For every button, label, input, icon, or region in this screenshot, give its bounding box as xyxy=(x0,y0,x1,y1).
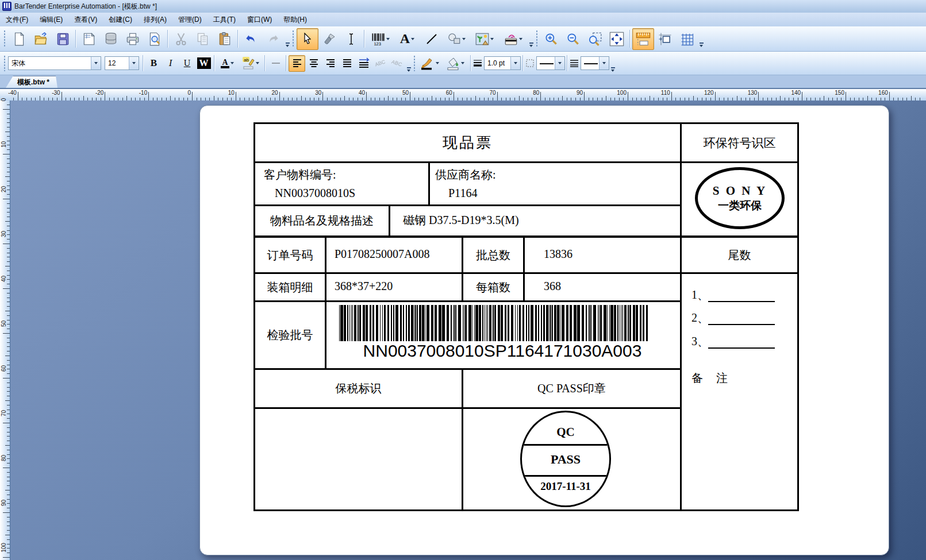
underline-button[interactable]: U xyxy=(179,55,195,72)
print-button[interactable] xyxy=(122,28,144,50)
align-right-button[interactable] xyxy=(322,55,339,72)
italic-button[interactable]: I xyxy=(162,55,179,72)
bold-button[interactable]: B xyxy=(145,55,162,72)
grid-toggle-button[interactable] xyxy=(676,28,698,50)
fill-color-button[interactable] xyxy=(442,55,468,72)
redo-arrow-icon xyxy=(266,32,281,47)
dropdown-arrow[interactable] xyxy=(386,29,391,49)
menu-item-8[interactable]: 帮助(H) xyxy=(278,13,313,26)
dropdown-arrow[interactable] xyxy=(229,56,235,71)
strikethrough-button[interactable] xyxy=(267,55,284,72)
page-setup-button[interactable] xyxy=(78,28,100,50)
ruler-tick xyxy=(7,499,10,500)
menu-item-1[interactable]: 编辑(E) xyxy=(34,13,68,26)
fit-to-window-button[interactable] xyxy=(606,28,628,50)
toolbar-overflow-button[interactable] xyxy=(284,29,291,49)
undo-arrow-icon xyxy=(244,32,259,47)
align-justify-button[interactable] xyxy=(339,55,355,72)
ruler-tick xyxy=(519,96,520,101)
ruler-tick xyxy=(3,512,10,513)
text-tool-button[interactable]: A xyxy=(394,28,421,50)
menu-item-5[interactable]: 管理(D) xyxy=(172,13,208,26)
ruler-tick xyxy=(5,490,10,491)
ruler-label: 150 xyxy=(821,90,844,96)
toolbar-grip[interactable] xyxy=(3,30,6,48)
dropdown-arrow[interactable] xyxy=(91,57,101,69)
dropdown-arrow[interactable] xyxy=(129,57,139,69)
rotate-text-down-button[interactable]: ABC xyxy=(389,55,405,72)
redo-button[interactable] xyxy=(262,28,284,50)
toolbar-overflow-button[interactable] xyxy=(609,53,616,74)
line-color-brush-icon xyxy=(420,56,435,70)
tab-template-btw[interactable]: 模板.btw * xyxy=(6,76,57,88)
save-button[interactable] xyxy=(52,28,74,50)
dropdown-arrow[interactable] xyxy=(410,29,415,49)
wrap-button[interactable]: W xyxy=(195,55,212,72)
font-size-combo[interactable]: 12 xyxy=(105,56,139,70)
align-left-button[interactable] xyxy=(289,55,305,72)
align-fit-button[interactable] xyxy=(355,55,372,72)
line-dash-combo[interactable] xyxy=(536,56,565,70)
ruler-label: 10 xyxy=(1,136,7,153)
rotate-text-up-button[interactable]: ABC xyxy=(372,55,389,72)
toolbar-grip[interactable] xyxy=(3,55,6,71)
print-preview-button[interactable] xyxy=(144,28,166,50)
toolbar-overflow-button[interactable] xyxy=(405,53,412,74)
format-painter-button[interactable] xyxy=(318,28,340,50)
label-page[interactable] xyxy=(199,105,889,555)
highlight-button[interactable]: ab xyxy=(239,55,263,72)
shape-tool-button[interactable] xyxy=(443,28,470,50)
menu-item-0[interactable]: 文件(F) xyxy=(0,13,34,26)
image-tool-button[interactable] xyxy=(470,28,499,50)
barcode-tool-button[interactable]: 123 xyxy=(367,28,394,50)
menu-item-3[interactable]: 创建(C) xyxy=(103,13,138,26)
dropdown-arrow[interactable] xyxy=(460,56,466,71)
toolbar-overflow-button[interactable] xyxy=(698,29,705,49)
toolbar-grip[interactable] xyxy=(292,30,294,48)
zoom-out-button[interactable] xyxy=(562,28,584,50)
ruler-toggle-button[interactable] xyxy=(632,28,654,50)
title-bar[interactable]: BarTender Enterprise Automation - [模板.bt… xyxy=(0,0,926,13)
snap-toggle-button[interactable] xyxy=(654,28,676,50)
undo-button[interactable] xyxy=(240,28,262,50)
font-name-combo[interactable]: 宋体 xyxy=(8,56,101,70)
font-color-button[interactable]: A xyxy=(217,55,239,72)
dropdown-arrow[interactable] xyxy=(518,29,524,49)
encoder-tool-button[interactable] xyxy=(499,28,528,50)
menu-item-4[interactable]: 排列(A) xyxy=(138,13,172,26)
zoom-selection-button[interactable] xyxy=(584,28,606,50)
toolbar-grip[interactable] xyxy=(413,55,416,71)
dropdown-arrow[interactable] xyxy=(555,57,564,69)
dropdown-arrow[interactable] xyxy=(462,29,467,49)
horizontal-ruler[interactable]: -40-30-20-100102030405060708090100110120… xyxy=(0,89,926,101)
toolbar-overflow-button[interactable] xyxy=(528,29,535,49)
zoom-in-button[interactable] xyxy=(540,28,562,50)
menu-item-2[interactable]: 查看(V) xyxy=(68,13,103,26)
edit-text-tool-button[interactable] xyxy=(340,28,362,50)
dropdown-arrow[interactable] xyxy=(490,29,495,49)
line-tool-button[interactable] xyxy=(421,28,443,50)
vertical-ruler[interactable]: 0102030405060708090100 xyxy=(0,101,10,560)
new-document-button[interactable] xyxy=(8,28,30,50)
ruler-tick xyxy=(7,203,10,204)
ruler-tick xyxy=(7,118,10,119)
align-center-button[interactable] xyxy=(305,55,322,72)
dropdown-arrow[interactable] xyxy=(510,57,520,69)
cut-button[interactable] xyxy=(170,28,192,50)
dropdown-arrow[interactable] xyxy=(255,56,260,71)
design-canvas[interactable] xyxy=(10,101,926,560)
database-setup-button[interactable] xyxy=(100,28,122,50)
line-weight-combo[interactable]: 1.0 pt xyxy=(484,56,521,70)
ruler-tick xyxy=(7,441,10,441)
open-document-button[interactable] xyxy=(30,28,52,50)
select-tool-button[interactable] xyxy=(297,28,318,50)
toolbar-grip[interactable] xyxy=(536,30,538,48)
menu-item-6[interactable]: 工具(T) xyxy=(208,13,241,26)
dropdown-arrow[interactable] xyxy=(435,56,440,71)
menu-item-7[interactable]: 窗口(W) xyxy=(241,13,278,26)
copy-button[interactable] xyxy=(192,28,214,50)
dropdown-arrow[interactable] xyxy=(599,57,609,69)
border-style-combo[interactable] xyxy=(581,56,609,70)
paste-button[interactable] xyxy=(214,28,236,50)
line-color-button[interactable] xyxy=(418,55,442,72)
